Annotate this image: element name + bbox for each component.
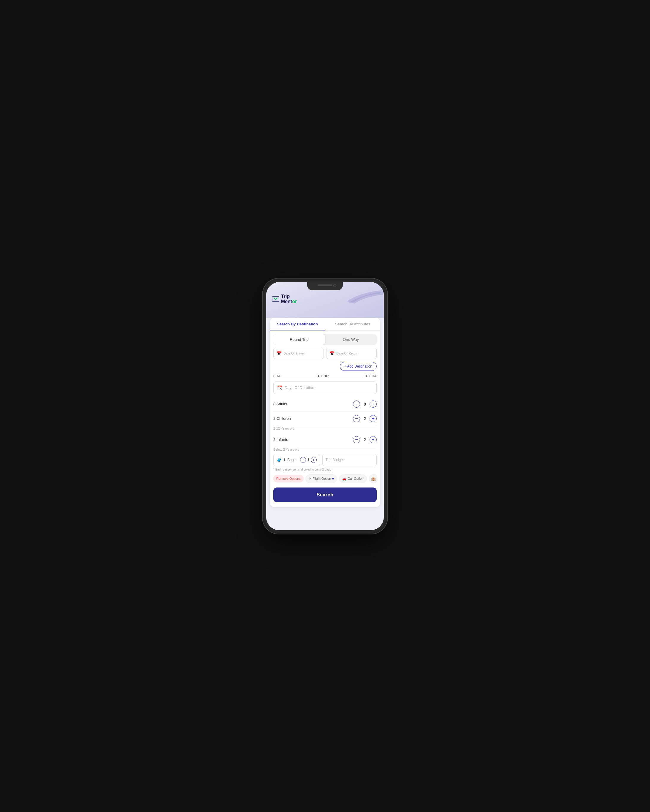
children-row: 2 Children − 2 + [273,412,377,426]
calendar-icon-travel: 📅 [277,351,281,356]
main-search-card: Search By Destination Search By Attribut… [270,317,380,507]
add-destination-row: + Add Destination [273,362,377,371]
children-age-label: 2-12 Years old [273,427,377,430]
children-count: 2 [362,416,367,421]
tab-search-by-attributes[interactable]: Search By Attributes [325,317,380,330]
bags-decrement-button[interactable]: − [300,457,306,463]
infants-counter: − 2 + [353,436,377,443]
bags-counter: − 1 + [300,457,317,463]
notch [307,282,343,290]
adults-counter: − 8 + [353,400,377,408]
remove-options-chip[interactable]: Remove Options [273,475,304,482]
svg-rect-0 [272,297,279,301]
logo-line1: Trip [281,294,297,299]
car-option-chip[interactable]: 🚗 Car Option [339,475,367,483]
days-of-duration-field[interactable]: 📆 Days Of Duration [273,382,377,394]
search-tabs: Search By Destination Search By Attribut… [270,317,380,331]
logo-icon [272,296,279,302]
phone-screen: Trip Mentor Search By Destination Search… [266,282,384,530]
route-line-2 [330,376,363,376]
infants-row: 2 Infants − 2 + [273,433,377,447]
bags-field[interactable]: 🧳 1 Bags − 1 + [273,454,320,466]
infants-decrement-button[interactable]: − [353,436,360,443]
bags-note: * Each passenger is allowed to carry 2 b… [273,468,377,471]
adults-label: 8 Adults [273,402,287,406]
phone-frame: Trip Mentor Search By Destination Search… [263,278,387,534]
stop-code: LHR [321,374,329,378]
infants-increment-button[interactable]: + [370,436,377,443]
infants-label: 2 Infants [273,437,288,442]
bags-icon: 🧳 [277,458,281,462]
flight-option-chip[interactable]: ✈ Flight Option [305,475,337,483]
route-display: LCA ✈ LHR ✈ LCA [273,374,377,379]
logo-text: Trip Mentor [281,294,297,304]
origin-code: LCA [273,374,281,378]
children-counter: − 2 + [353,415,377,422]
speaker [318,284,332,286]
car-icon: 🚗 [342,477,346,481]
calendar-icon-duration: 📆 [277,385,282,390]
children-increment-button[interactable]: + [370,415,377,422]
camera [333,284,336,287]
infants-count: 2 [362,437,367,442]
date-of-return-field[interactable]: 📅 Date Of Return [326,348,377,359]
infants-age-label: Below 2 Years old [273,448,377,451]
adults-count: 8 [362,402,367,406]
one-way-button[interactable]: One Way [325,334,377,345]
budget-field[interactable]: Trip Budget [322,454,377,466]
bags-label: Bags [287,458,295,462]
adults-increment-button[interactable]: + [370,400,377,408]
tab-search-by-destination[interactable]: Search By Destination [270,317,325,330]
date-row: 📅 Date Of Travel 📅 Date Of Return [273,348,377,359]
children-label: 2 Children [273,416,291,421]
plane-icon-1: ✈ [317,374,320,379]
flight-icon: ✈ [309,477,311,481]
plane-decoration [342,288,384,306]
screen-content: Trip Mentor Search By Destination Search… [266,282,384,530]
search-button[interactable]: Search [273,487,377,502]
date-of-travel-field[interactable]: 📅 Date Of Travel [273,348,324,359]
bags-count-display: 1 [283,458,286,462]
calendar-icon-return: 📅 [329,351,335,356]
trip-type-selector: Round Trip One Way [273,334,377,345]
round-trip-button[interactable]: Round Trip [273,334,325,345]
destination-code: LCA [369,374,377,378]
route-line-1 [282,376,315,376]
bags-budget-row: 🧳 1 Bags − 1 + Trip Budget [273,454,377,466]
bags-increment-button[interactable]: + [311,457,317,463]
add-destination-button[interactable]: + Add Destination [340,362,377,371]
adults-row: 8 Adults − 8 + [273,397,377,412]
logo-line2: Mentor [281,299,297,304]
options-row: Remove Options ✈ Flight Option 🚗 Car Opt… [273,474,377,483]
adults-decrement-button[interactable]: − [353,400,360,408]
plane-icon-2: ✈ [364,374,368,379]
hotel-icon: 🏨 [371,476,376,481]
bags-count-value: 1 [307,458,309,462]
children-decrement-button[interactable]: − [353,415,360,422]
flight-active-dot [332,478,334,479]
extra-option-chip[interactable]: 🏨 [369,474,377,483]
